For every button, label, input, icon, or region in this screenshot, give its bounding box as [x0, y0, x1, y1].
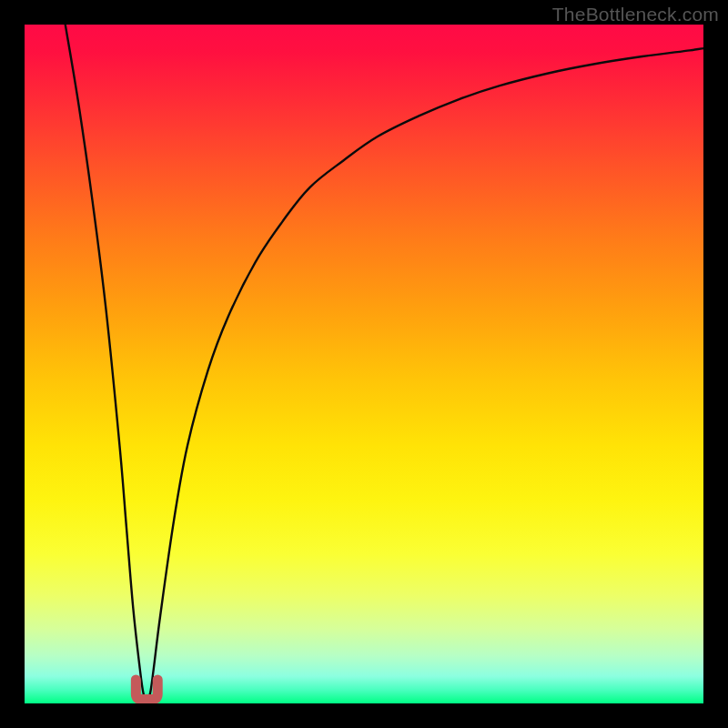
dip-marker	[136, 680, 157, 700]
curve-layer	[25, 25, 703, 703]
bottleneck-curve	[66, 25, 703, 700]
plot-area	[25, 25, 703, 703]
chart-frame: TheBottleneck.com	[0, 0, 728, 728]
watermark-text: TheBottleneck.com	[552, 4, 719, 25]
